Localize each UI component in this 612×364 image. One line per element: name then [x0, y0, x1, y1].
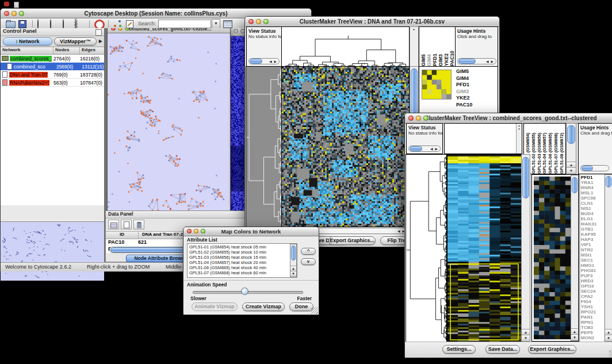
gene-label[interactable]: SEC24	[581, 289, 604, 294]
column-label[interactable]: GPL51-06 (GSM865)	[548, 124, 553, 174]
new-attribute-icon[interactable]	[121, 220, 132, 229]
gene-label[interactable]: BUD4	[581, 211, 604, 216]
gene-label[interactable]: MSL1	[581, 190, 604, 196]
heatmap-canvas[interactable]	[281, 66, 410, 227]
gene-label[interactable]: MON2	[581, 335, 604, 340]
gene-label[interactable]: PHO81	[581, 268, 604, 273]
heatmap-vscrollbar[interactable]: ▲ ▼	[521, 154, 530, 342]
gene-label[interactable]: VIP1	[581, 242, 604, 247]
close-icon[interactable]	[408, 116, 414, 121]
export-graphics-button[interactable]: Export Graphics...	[528, 345, 576, 354]
open-session-icon[interactable]	[6, 21, 16, 28]
column-label[interactable]: GIM3	[438, 28, 443, 66]
scrollbar-thumb[interactable]	[572, 177, 577, 193]
tab-vizmapper[interactable]: VizMapper™	[54, 37, 97, 45]
attribute-listbox[interactable]: GPL51-01 (GSM854) heat shock 05 minGPL51…	[187, 243, 297, 278]
gene-label[interactable]: YSH1	[581, 304, 604, 309]
gene-label[interactable]: NIS1	[581, 206, 604, 211]
gene-label[interactable]: RPO21	[581, 309, 604, 315]
column-dendrogram-area[interactable]: ▴▾	[444, 123, 522, 154]
column-dendrogram-canvas[interactable]	[281, 26, 410, 68]
gene-label[interactable]: FIG4	[581, 299, 604, 304]
gene-label[interactable]: PFD1	[581, 175, 604, 180]
scrollbar-thumb[interactable]	[458, 59, 476, 64]
column-label[interactable]: GPL51-08 (GSM872)	[559, 124, 565, 174]
gene-label[interactable]: MAK31	[581, 221, 604, 227]
trash-icon[interactable]	[133, 220, 144, 229]
labels-vscrollbar[interactable]: ▲ ▼	[566, 123, 576, 174]
close-icon[interactable]	[111, 28, 116, 30]
attribute-item[interactable]: GPL51-01 (GSM854) heat shock 05 min	[189, 244, 297, 250]
gene-label[interactable]: GIM4	[456, 75, 498, 82]
close-icon[interactable]	[248, 19, 254, 24]
gene-label[interactable]: GIM3	[456, 89, 498, 95]
attribute-grid-icon[interactable]	[108, 220, 119, 229]
attribute-item[interactable]: GPL51-02 (GSM855) heat shock 10 min	[189, 250, 297, 255]
gene-label[interactable]: YRA1	[581, 180, 604, 185]
attribute-list-vscrollbar[interactable]: ▲ ▼	[290, 244, 297, 277]
treeview2-titlebar[interactable]: ClusterMaker TreeView : combined_scores_…	[405, 113, 612, 124]
save-session-icon[interactable]	[18, 20, 26, 28]
annotation-icon[interactable]	[126, 20, 133, 28]
gene-label[interactable]: PAC10	[456, 102, 498, 109]
mini-heatmap-canvas[interactable]	[422, 70, 452, 99]
scrollbar-thumb[interactable]	[582, 166, 593, 171]
zoom-window-icon[interactable]	[263, 19, 269, 24]
save-data-button[interactable]: Save Data...	[485, 345, 520, 354]
close-icon[interactable]	[4, 11, 9, 16]
column-label[interactable]: GPL51-02 (GSM855)	[531, 124, 537, 174]
zoom-heatmap-canvas[interactable]	[534, 177, 571, 339]
scroll-down-icon[interactable]: ▼	[290, 271, 296, 277]
scrollbar-thumb[interactable]	[606, 176, 611, 187]
settings-button[interactable]: Settings...	[442, 345, 476, 354]
minimize-icon[interactable]	[416, 116, 421, 121]
row-dendrogram-canvas[interactable]	[246, 66, 282, 227]
create-vizmap-button[interactable]: Create Vizmap	[242, 302, 285, 311]
usage-hints-hscrollbar[interactable]	[580, 165, 609, 171]
search-dropdown-icon[interactable]: ▼	[212, 19, 220, 29]
resize-grip[interactable]	[609, 350, 612, 357]
column-label[interactable]: PFD1	[432, 28, 438, 66]
gene-label[interactable]: YKE2	[456, 95, 498, 102]
search-input[interactable]	[158, 20, 211, 28]
gene-label[interactable]: PEP5	[581, 330, 604, 335]
close-icon[interactable]	[187, 229, 192, 233]
gene-label[interactable]: HAP3	[581, 237, 604, 242]
speed-slider-thumb[interactable]	[241, 288, 248, 295]
resize-grip[interactable]	[311, 307, 318, 314]
menubar-doc-icon[interactable]	[14, 2, 19, 8]
gene-label[interactable]: RNR4	[581, 185, 604, 190]
close-icon[interactable]	[234, 29, 238, 33]
done-button[interactable]: Done	[289, 302, 313, 311]
gene-label[interactable]: NTR2	[581, 247, 604, 252]
zoom-window-icon[interactable]	[125, 28, 129, 30]
minimize-icon[interactable]	[12, 11, 17, 16]
scroll-down-icon[interactable]: ▼	[571, 334, 578, 340]
gene-label[interactable]: CPA2	[581, 294, 604, 299]
gene-label[interactable]: HMG1	[581, 263, 604, 268]
minimize-icon[interactable]	[118, 28, 123, 30]
float-panel-icon[interactable]	[95, 29, 102, 36]
heatmap-canvas[interactable]	[447, 154, 522, 342]
scroll-down-icon[interactable]: ▼	[567, 167, 576, 174]
view-status-hscrollbar[interactable]: ◀ ▶	[408, 145, 441, 152]
move-up-button[interactable]: ^	[301, 248, 316, 255]
minimize-icon[interactable]	[256, 19, 261, 24]
scroll-down-icon[interactable]: ▼	[605, 335, 612, 341]
dialog-titlebar[interactable]: Map Colors to Network	[183, 227, 319, 236]
scroll-down-icon[interactable]: ▼	[522, 335, 530, 341]
zoom-window-icon[interactable]	[201, 229, 205, 233]
network-view-canvas[interactable]	[108, 33, 229, 215]
gene-label[interactable]: GPI16	[581, 283, 604, 289]
gene-label[interactable]: ELG1	[581, 216, 604, 221]
column-label[interactable]: PAC10	[449, 28, 455, 66]
scrollbar-thumb[interactable]	[522, 157, 529, 198]
network-window-1[interactable]: combined_scores_good.txt--cluste...	[107, 28, 231, 216]
scrollbar-thumb[interactable]	[291, 246, 296, 260]
network-row-3[interactable]: RNAPuberNov2+! 563(0) 107847(0)	[1, 79, 104, 87]
gene-list-vscrollbar[interactable]: ▲ ▼	[605, 174, 612, 342]
view-status-hscrollbar[interactable]: ◀ ▶	[248, 58, 280, 64]
zoom-window-icon[interactable]	[423, 116, 429, 121]
gene-label[interactable]: PAN1	[581, 315, 604, 320]
mini-vscrollbar[interactable]: ▴▾	[516, 124, 522, 154]
